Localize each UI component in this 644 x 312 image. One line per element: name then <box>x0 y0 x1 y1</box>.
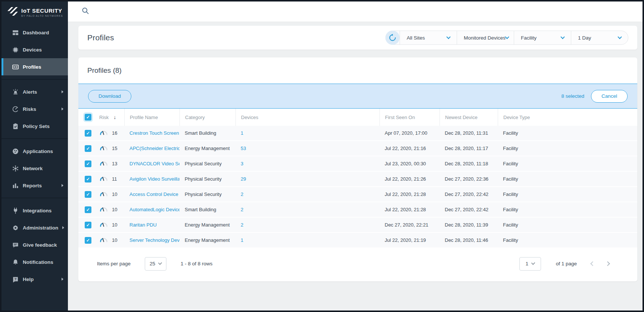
header-first-seen-on[interactable]: First Seen On <box>379 109 440 126</box>
category-cell: Smart Building <box>179 130 235 136</box>
first-seen-cell: Jul 22, 2020, 21:19 <box>379 237 440 243</box>
filter-dropdown-all-sites[interactable]: All Sites <box>400 31 457 44</box>
search-icon[interactable] <box>82 7 89 16</box>
applications-icon <box>12 148 19 155</box>
sidebar-item-give-feedback[interactable]: Give feedback <box>1 236 68 253</box>
table-row: 15 APC(Schneider Electric) Smart... Ener… <box>78 141 637 156</box>
cancel-button[interactable]: Cancel <box>591 90 628 103</box>
row-checkbox[interactable] <box>85 145 91 152</box>
items-per-page-label: Items per page <box>97 261 131 266</box>
device-type-cell: Facility <box>498 130 637 136</box>
profile-name-link[interactable]: Crestron Touch Screen Device <box>129 130 179 136</box>
devices-count-link[interactable]: 29 <box>241 176 246 182</box>
first-seen-cell: Jul 22, 2020, 21:16 <box>379 146 440 151</box>
row-checkbox[interactable] <box>85 206 91 213</box>
sidebar-item-integrations[interactable]: Integrations <box>1 202 68 219</box>
profile-name-link[interactable]: APC(Schneider Electric) Smart... <box>129 146 179 151</box>
category-cell: Energy Management <box>179 146 235 151</box>
risk-gauge-icon <box>99 191 108 197</box>
risk-cell: 15 <box>96 145 124 152</box>
filter-dropdown-facility[interactable]: Facility <box>514 31 571 44</box>
sidebar-item-dashboard[interactable]: Dashboard <box>1 24 68 41</box>
items-per-page-select[interactable]: 25 <box>145 257 166 271</box>
devices-count-link[interactable]: 1 <box>241 130 243 136</box>
risk-score: 13 <box>112 161 117 166</box>
risk-cell: 10 <box>96 237 124 243</box>
row-checkbox[interactable] <box>85 191 91 198</box>
sidebar-item-profiles[interactable]: Profiles <box>1 58 68 75</box>
chevron-down-icon <box>158 261 162 265</box>
selection-bar-right: 8 selected Cancel <box>561 90 628 103</box>
table-header: Risk ↓ Profile Name Category Devices Fir… <box>78 109 637 126</box>
sidebar-item-label: Devices <box>23 47 42 53</box>
sidebar-item-alerts[interactable]: Alerts <box>1 83 68 100</box>
header-risk[interactable]: Risk ↓ <box>96 109 124 126</box>
device-type-cell: Facility <box>498 146 637 151</box>
first-seen-cell: Jul 22, 2020, 21:26 <box>379 176 440 182</box>
devices-count-link[interactable]: 53 <box>241 146 246 151</box>
profile-name-link[interactable]: Access Control Device <box>129 191 178 197</box>
table-row: 10 Server Technology Device Energy Manag… <box>78 233 637 248</box>
profile-name-link[interactable]: Server Technology Device <box>129 237 179 243</box>
sidebar-item-risks[interactable]: Risks <box>1 100 68 118</box>
sidebar-item-reports[interactable]: Reports <box>1 177 68 194</box>
newest-device-cell: Dec 28, 2020, 11:46 <box>440 237 498 243</box>
devices-count-link[interactable]: 2 <box>241 222 243 228</box>
filter-dropdown-monitored-devices[interactable]: Monitored Devices <box>457 31 514 44</box>
brand-title: IoT SECURITY <box>21 7 63 14</box>
row-checkbox[interactable] <box>85 237 91 244</box>
category-cell: Physical Security <box>179 176 235 182</box>
category-cell: Smart Building <box>179 207 235 212</box>
sidebar-item-policy-sets[interactable]: Policy Sets <box>1 118 68 135</box>
refresh-button[interactable] <box>385 31 400 45</box>
risk-cell: 13 <box>96 160 124 167</box>
next-page-button[interactable] <box>600 262 615 265</box>
devices-count-link[interactable]: 1 <box>241 237 243 243</box>
header-devices[interactable]: Devices <box>235 109 379 126</box>
sidebar-item-network[interactable]: Network <box>1 160 68 177</box>
risk-gauge-icon <box>99 206 108 213</box>
devices-count-link[interactable]: 2 <box>241 207 243 212</box>
filter-bar: All Sites Monitored Devices Facility <box>385 31 628 45</box>
header-newest-device[interactable]: Newest Device <box>440 109 498 126</box>
pagination-right: 1 of 1 page <box>519 257 615 271</box>
sidebar-item-label: Applications <box>23 149 53 154</box>
alerts-icon <box>12 88 19 95</box>
profile-name-link[interactable]: Avigilon Video Surveillance <box>129 176 179 182</box>
profiles-icon <box>12 63 19 70</box>
sidebar-item-help[interactable]: ? Help <box>1 271 68 288</box>
row-checkbox[interactable] <box>85 222 91 228</box>
svg-text:?: ? <box>14 277 16 281</box>
row-checkbox[interactable] <box>85 176 91 182</box>
sidebar-item-administration[interactable]: Administration <box>1 219 68 236</box>
sidebar-item-applications[interactable]: Applications <box>1 143 68 160</box>
profile-name-link[interactable]: AutomatedLogic Device <box>129 207 179 212</box>
chevron-down-icon <box>618 35 622 39</box>
header-device-type[interactable]: Device Type <box>498 109 637 126</box>
header-profile-name[interactable]: Profile Name <box>124 109 179 126</box>
row-checkbox[interactable] <box>85 130 91 137</box>
devices-count-link[interactable]: 3 <box>241 161 243 166</box>
select-all-checkbox[interactable] <box>85 114 91 121</box>
sidebar-item-notifications[interactable]: Notifications <box>1 253 68 271</box>
table-row: 10 AutomatedLogic Device Smart Building … <box>78 202 637 218</box>
previous-page-button[interactable] <box>585 262 600 265</box>
download-button[interactable]: Download <box>88 90 131 103</box>
page-select[interactable]: 1 <box>519 257 541 271</box>
profile-name-link[interactable]: Raritan PDU <box>129 222 157 228</box>
risk-score: 11 <box>112 176 117 182</box>
app-window: IoT SECURITY BY PALO ALTO NETWORKS Dashb… <box>0 0 644 312</box>
sidebar-item-devices[interactable]: Devices <box>1 41 68 58</box>
filter-dropdown-value: Facility <box>521 35 537 41</box>
profile-name-link[interactable]: DYNACOLOR Video Security S... <box>129 161 179 166</box>
header-category[interactable]: Category <box>179 109 235 126</box>
sort-descending-icon[interactable]: ↓ <box>113 114 116 120</box>
chevron-right-icon <box>62 107 63 110</box>
devices-count-link[interactable]: 2 <box>241 191 243 197</box>
panel-header: Profiles (8) <box>78 57 637 84</box>
row-checkbox[interactable] <box>85 160 91 167</box>
brand-subtitle: BY PALO ALTO NETWORKS <box>21 15 63 17</box>
risk-score: 15 <box>112 146 117 151</box>
filter-dropdown-value: Monitored Devices <box>464 35 506 41</box>
filter-dropdown-1-day[interactable]: 1 Day <box>571 31 628 44</box>
